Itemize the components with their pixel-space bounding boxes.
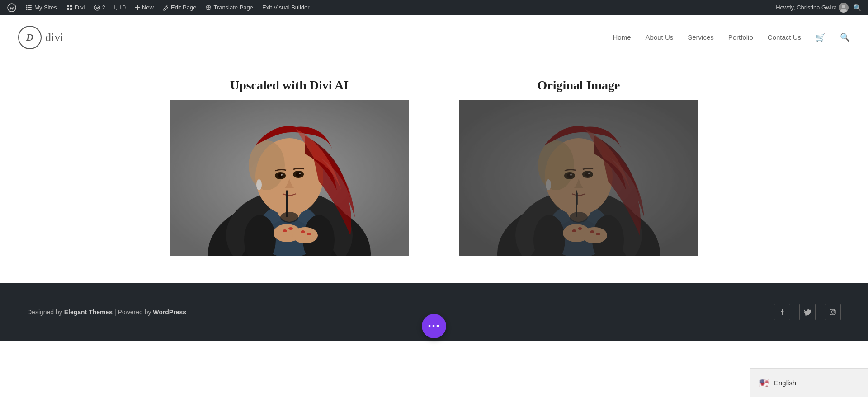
original-image bbox=[459, 100, 698, 256]
elegant-themes-link[interactable]: Elegant Themes bbox=[64, 308, 113, 316]
upscaled-title: Upscaled with Divi AI bbox=[230, 78, 349, 93]
svg-point-41 bbox=[283, 229, 287, 232]
admin-search-icon[interactable]: 🔍 bbox=[850, 4, 864, 12]
svg-point-32 bbox=[249, 140, 285, 190]
exit-builder-button[interactable]: Exit Visual Builder bbox=[259, 0, 313, 15]
nav-item-services[interactable]: Services bbox=[688, 33, 714, 42]
divi-button[interactable]: Divi bbox=[62, 0, 89, 15]
admin-bar: W My Sites Divi 2 0 New Edit Page Transl… bbox=[0, 0, 868, 15]
edit-page-button[interactable]: Edit Page bbox=[159, 0, 200, 15]
svg-point-68 bbox=[578, 227, 582, 230]
svg-rect-73 bbox=[830, 309, 835, 315]
my-sites-button[interactable]: My Sites bbox=[22, 0, 61, 15]
wordpress-link[interactable]: WordPress bbox=[153, 308, 186, 316]
instagram-icon[interactable] bbox=[825, 304, 841, 320]
svg-point-64 bbox=[588, 173, 590, 174]
svg-point-72 bbox=[570, 212, 588, 223]
svg-point-70 bbox=[596, 233, 600, 235]
comments-button[interactable]: 0 bbox=[111, 0, 129, 15]
svg-point-43 bbox=[301, 230, 305, 233]
svg-rect-8 bbox=[67, 5, 69, 7]
main-content: Upscaled with Divi AI bbox=[0, 60, 868, 283]
svg-point-66 bbox=[546, 179, 551, 190]
svg-point-4 bbox=[26, 7, 28, 8]
svg-point-55 bbox=[582, 227, 607, 243]
admin-user-info: Howdy, Christina Gwira 🔍 bbox=[776, 3, 864, 13]
svg-rect-3 bbox=[28, 5, 32, 6]
svg-point-29 bbox=[292, 227, 318, 243]
floating-btn-dots: ••• bbox=[428, 321, 440, 332]
svg-rect-7 bbox=[28, 9, 32, 10]
twitter-icon[interactable] bbox=[799, 304, 816, 320]
language-label: English bbox=[774, 379, 796, 387]
nav-item-portfolio[interactable]: Portfolio bbox=[728, 33, 753, 42]
nav-item-contact[interactable]: Contact Us bbox=[768, 33, 801, 42]
revision-button[interactable]: 2 bbox=[90, 0, 109, 15]
svg-rect-9 bbox=[70, 5, 72, 7]
nav-menu: Home About Us Services Portfolio Contact… bbox=[613, 33, 850, 42]
svg-point-19 bbox=[842, 5, 845, 8]
floating-action-button[interactable]: ••• bbox=[422, 314, 446, 338]
svg-point-12 bbox=[94, 5, 100, 10]
logo-circle-icon: D bbox=[18, 26, 42, 49]
svg-point-67 bbox=[572, 229, 576, 232]
facebook-icon[interactable] bbox=[774, 304, 790, 320]
new-button[interactable]: New bbox=[131, 0, 157, 15]
navbar: D divi Home About Us Services Portfolio … bbox=[0, 15, 868, 60]
svg-point-69 bbox=[590, 230, 594, 233]
nav-search-icon[interactable]: 🔍 bbox=[840, 33, 850, 42]
svg-point-38 bbox=[299, 173, 301, 174]
language-flag: 🇺🇸 bbox=[760, 378, 769, 388]
svg-point-20 bbox=[840, 9, 847, 13]
upscaled-column: Upscaled with Divi AI bbox=[158, 78, 420, 256]
nav-item-home[interactable]: Home bbox=[613, 33, 631, 42]
svg-point-40 bbox=[256, 179, 262, 190]
upscaled-image bbox=[170, 100, 409, 256]
footer-social bbox=[774, 304, 841, 320]
logo-text: divi bbox=[45, 31, 63, 44]
svg-point-6 bbox=[26, 9, 28, 10]
footer-credit: Designed by Elegant Themes | Powered by … bbox=[27, 308, 186, 316]
svg-point-74 bbox=[831, 311, 834, 313]
svg-line-16 bbox=[166, 5, 167, 6]
svg-point-58 bbox=[538, 140, 574, 190]
svg-rect-10 bbox=[67, 8, 69, 10]
svg-rect-5 bbox=[28, 7, 32, 8]
original-column: Original Image bbox=[448, 78, 710, 256]
svg-text:W: W bbox=[9, 5, 14, 10]
svg-rect-13 bbox=[115, 5, 120, 9]
svg-point-37 bbox=[281, 174, 283, 176]
avatar bbox=[839, 3, 849, 13]
svg-point-75 bbox=[834, 310, 835, 311]
svg-point-46 bbox=[280, 212, 298, 223]
translate-page-button[interactable]: Translate Page bbox=[202, 0, 257, 15]
original-title: Original Image bbox=[538, 78, 620, 93]
svg-point-2 bbox=[26, 5, 28, 6]
nav-cart-icon[interactable]: 🛒 bbox=[816, 33, 826, 42]
svg-point-63 bbox=[570, 174, 572, 176]
site-logo[interactable]: D divi bbox=[18, 26, 63, 49]
svg-rect-11 bbox=[70, 8, 72, 10]
svg-point-42 bbox=[288, 227, 293, 230]
wp-logo-button[interactable]: W bbox=[4, 0, 20, 15]
nav-item-about[interactable]: About Us bbox=[646, 33, 674, 42]
svg-point-44 bbox=[307, 233, 311, 235]
language-bar[interactable]: 🇺🇸 English bbox=[750, 368, 868, 397]
